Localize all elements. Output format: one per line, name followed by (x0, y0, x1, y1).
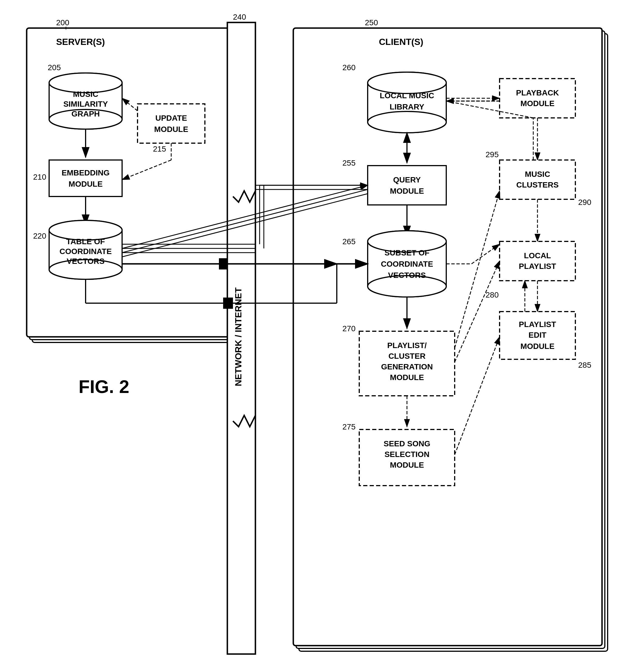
ref-200: 200 (56, 18, 69, 27)
music-clusters-label2: CLUSTERS (517, 180, 559, 189)
table-coord-vectors-label3: VECTORS (67, 257, 105, 266)
seed-song-label: SEED SONG (384, 439, 430, 448)
ref-240: 240 (233, 13, 246, 21)
seed-song-label3: MODULE (390, 461, 424, 469)
ref-210: 210 (33, 173, 46, 181)
local-playlist-label2: PLAYLIST (519, 262, 556, 271)
embedding-module-label: EMBEDDING (61, 168, 109, 177)
table-coord-vectors-label2: COORDINATE (60, 247, 112, 256)
ref-255: 255 (342, 159, 355, 167)
embedding-module-label2: MODULE (69, 180, 102, 188)
update-module-label: UPDATE (155, 114, 187, 122)
ref-265: 265 (342, 237, 355, 246)
diagram-container: SERVER(S) 200 205 MUSIC SIMILARITY GRAPH… (0, 0, 643, 672)
ref-280: 280 (486, 290, 499, 299)
clients-label: CLIENT(S) (379, 37, 423, 47)
playlist-edit-label2: EDIT (529, 331, 546, 339)
ref-290: 290 (578, 198, 591, 207)
network-label: NETWORK / INTERNET (233, 287, 243, 386)
music-similarity-graph-label3: GRAPH (71, 109, 100, 118)
music-clusters-label: MUSIC (525, 170, 550, 179)
subset-coord-vectors-label: SUBSET OF (385, 249, 429, 257)
svg-rect-62 (500, 241, 575, 281)
svg-point-39 (368, 72, 446, 94)
subset-coord-vectors-label2: COORDINATE (381, 260, 433, 268)
playback-module-label2: MODULE (520, 99, 554, 108)
svg-rect-55 (219, 258, 227, 269)
playlist-edit-label: PLAYLIST (519, 320, 556, 329)
playlist-edit-label3: MODULE (520, 342, 554, 351)
table-coord-vectors-label: TABLE OF (66, 237, 105, 246)
playback-module-label: PLAYBACK (516, 88, 559, 97)
svg-rect-14 (49, 160, 122, 196)
svg-rect-41 (368, 166, 446, 205)
local-playlist-label: LOCAL (524, 251, 551, 260)
query-module-label2: MODULE (390, 187, 424, 195)
servers-label: SERVER(S) (56, 37, 105, 47)
update-module-label2: MODULE (154, 125, 188, 134)
query-module-label: QUERY (393, 176, 421, 184)
subset-coord-vectors-label3: VECTORS (388, 271, 426, 279)
figure-label: FIG. 2 (78, 376, 129, 397)
ref-205: 205 (48, 63, 61, 72)
ref-270: 270 (342, 324, 355, 333)
svg-rect-58 (500, 79, 575, 118)
ref-285: 285 (578, 361, 591, 369)
ref-275: 275 (342, 422, 355, 431)
playlist-cluster-gen-label: PLAYLIST/ (387, 341, 427, 350)
svg-rect-24 (137, 104, 205, 143)
seed-song-label2: SELECTION (385, 450, 429, 459)
playlist-cluster-gen-label2: CLUSTER (388, 352, 425, 360)
svg-rect-60 (500, 160, 575, 199)
ref-220: 220 (33, 231, 46, 240)
playlist-cluster-gen-label3: GENERATION (381, 362, 433, 371)
music-similarity-graph-label2: SIMILARITY (63, 100, 108, 108)
svg-point-38 (368, 111, 446, 133)
playlist-cluster-gen-label4: MODULE (390, 373, 424, 382)
music-similarity-graph-label: MUSIC (73, 90, 98, 98)
ref-295: 295 (486, 150, 499, 159)
ref-215: 215 (153, 145, 166, 153)
svg-rect-89 (223, 298, 233, 309)
ref-260: 260 (342, 63, 355, 72)
local-music-library-label: LOCAL MUSIC (380, 91, 434, 100)
ref-250: 250 (365, 18, 378, 27)
local-music-library-label2: LIBRARY (390, 103, 424, 111)
